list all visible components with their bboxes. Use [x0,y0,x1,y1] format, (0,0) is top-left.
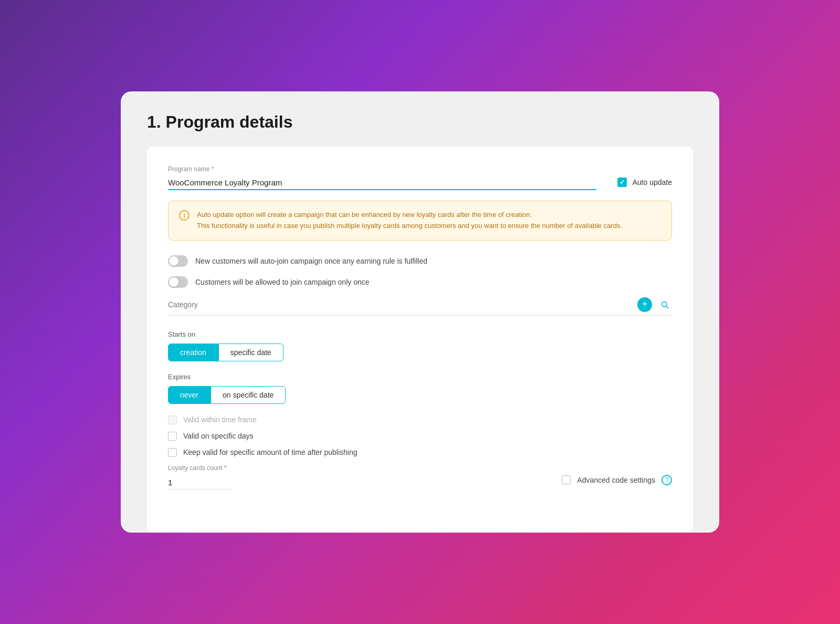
auto-update-group: Auto update [617,178,672,190]
info-text: Auto update option will create a campaig… [197,210,622,232]
info-line1: Auto update option will create a campaig… [197,211,532,219]
starts-on-section: Starts on creation specific date [168,330,672,361]
expires-section: Expires never on specific date [168,373,672,404]
valid-specific-days-label: Valid on specific days [183,432,254,440]
valid-timeframe-label: Valid within time frame [183,415,257,424]
valid-timeframe-checkbox [168,415,177,424]
loyalty-cards-count-label: Loyalty cards count * [168,464,231,472]
checkbox-row-keep-valid: Keep valid for specific amount of time a… [168,448,672,457]
program-name-label: Program name * [168,165,596,173]
advanced-code-settings-help-icon[interactable]: ? [662,475,672,485]
advanced-code-settings-row: Advanced code settings ? [562,464,672,485]
keep-valid-checkbox[interactable] [168,448,177,457]
search-category-button[interactable] [657,297,672,312]
program-name-row: Program name * Auto update [168,165,672,190]
checkbox-row-timeframe: Valid within time frame [168,415,672,424]
checkbox-row-specific-days: Valid on specific days [168,432,672,441]
keep-valid-label: Keep valid for specific amount of time a… [183,448,358,456]
toggle1-row: New customers will auto-join campaign on… [168,255,672,267]
add-category-button[interactable]: + [637,297,652,312]
expires-button-group: never on specific date [168,386,672,404]
starts-on-creation-button[interactable]: creation [168,344,218,361]
auto-update-checkbox[interactable] [617,178,627,187]
toggle2[interactable] [168,276,188,288]
loyalty-cards-count-value: 1 [168,478,231,490]
inner-card: Program name * Auto update i Auto update… [147,147,693,533]
advanced-code-settings-label: Advanced code settings [577,476,655,484]
category-row: + [168,297,672,316]
expires-label: Expires [168,373,672,381]
toggle2-row: Customers will be allowed to join campai… [168,276,672,288]
expires-never-button[interactable]: never [168,386,211,404]
program-name-input[interactable] [168,176,596,190]
toggle1-label: New customers will auto-join campaign on… [195,257,427,265]
loyalty-cards-count-group: Loyalty cards count * 1 [168,464,231,490]
bottom-row: Loyalty cards count * 1 Advanced code se… [168,464,672,490]
outer-card: 1. Program details Program name * Auto u… [121,91,719,533]
page-title: 1. Program details [147,112,693,132]
advanced-code-settings-checkbox[interactable] [562,475,571,484]
program-name-field: Program name * [168,165,596,190]
starts-on-specific-date-button[interactable]: specific date [218,344,284,361]
valid-specific-days-checkbox[interactable] [168,432,177,441]
info-line2: This functionality is useful in case you… [197,222,622,230]
svg-line-1 [666,306,668,308]
expires-specific-date-button[interactable]: on specific date [211,386,286,404]
auto-update-label: Auto update [632,178,672,186]
starts-on-button-group: creation specific date [168,344,672,361]
toggle1[interactable] [168,255,188,267]
toggle2-label: Customers will be allowed to join campai… [195,278,370,286]
starts-on-label: Starts on [168,330,672,338]
info-icon: i [179,210,190,221]
category-input[interactable] [168,300,632,309]
info-banner: i Auto update option will create a campa… [168,201,672,241]
